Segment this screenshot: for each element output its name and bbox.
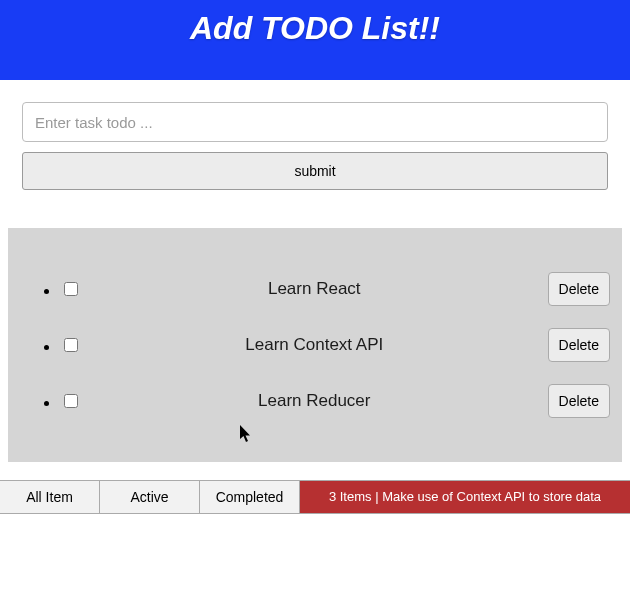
task-input[interactable] <box>22 102 608 142</box>
app-header: Add TODO List!! <box>0 0 630 80</box>
delete-button[interactable]: Delete <box>548 384 610 418</box>
task-text: Learn React <box>93 279 536 299</box>
task-text: Learn Reducer <box>93 391 536 411</box>
filter-all-button[interactable]: All Item <box>0 481 100 513</box>
task-checkbox[interactable] <box>64 338 78 352</box>
task-form: submit <box>0 80 630 190</box>
delete-button[interactable]: Delete <box>548 272 610 306</box>
filter-completed-button[interactable]: Completed <box>200 481 300 513</box>
task-checkbox[interactable] <box>64 394 78 408</box>
task-list: Learn React Delete Learn Context API Del… <box>20 272 610 418</box>
task-list-panel: Learn React Delete Learn Context API Del… <box>8 228 622 462</box>
status-badge: 3 Items | Make use of Context API to sto… <box>300 481 630 513</box>
list-item: Learn Reducer Delete <box>60 384 610 418</box>
filter-active-button[interactable]: Active <box>100 481 200 513</box>
submit-button[interactable]: submit <box>22 152 608 190</box>
list-item: Learn Context API Delete <box>60 328 610 362</box>
list-item: Learn React Delete <box>60 272 610 306</box>
delete-button[interactable]: Delete <box>548 328 610 362</box>
page-title: Add TODO List!! <box>190 10 440 47</box>
task-checkbox[interactable] <box>64 282 78 296</box>
task-text: Learn Context API <box>93 335 536 355</box>
footer-bar: All Item Active Completed 3 Items | Make… <box>0 480 630 514</box>
